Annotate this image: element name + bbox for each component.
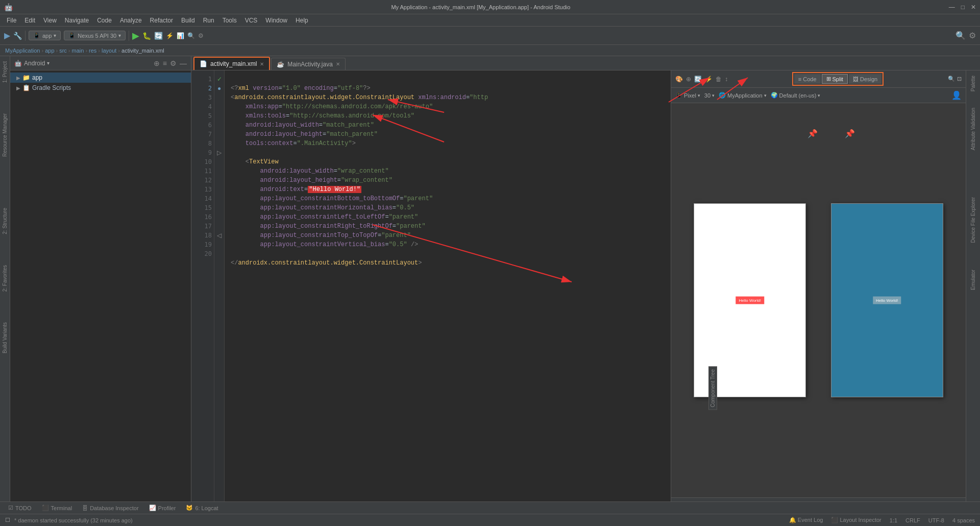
tab-project[interactable]: 1: Project bbox=[1, 56, 9, 88]
tab-xml-close[interactable]: ✕ bbox=[260, 61, 264, 67]
expand-icon: ▶ bbox=[16, 75, 20, 81]
maximize-btn[interactable]: □ bbox=[961, 4, 965, 11]
refresh-btn[interactable]: 🔄 bbox=[154, 32, 163, 40]
todo-btn[interactable]: ☑ TODO bbox=[4, 504, 36, 512]
attr-palette-tab[interactable]: Palette bbox=[969, 73, 977, 94]
panel-sync-icon[interactable]: ⊕ bbox=[154, 59, 160, 67]
search-everywhere-btn[interactable]: 🔍 bbox=[955, 31, 966, 40]
tab-activity-main-xml[interactable]: 📄 activity_main.xml ✕ bbox=[193, 57, 270, 70]
toolbar-icon-1[interactable]: ▶ bbox=[4, 31, 10, 40]
terminal-btn[interactable]: ⬛ Terminal bbox=[38, 504, 77, 512]
split-mode-btn[interactable]: ⊞ Split bbox=[822, 74, 848, 84]
device-file-tab[interactable]: Device File Explorer bbox=[969, 194, 977, 246]
menu-build[interactable]: Build bbox=[178, 16, 199, 25]
toolbar-icon-a[interactable]: ⚡ bbox=[166, 32, 174, 39]
layout-inspector-btn[interactable]: ⬛ Layout Inspector bbox=[831, 517, 881, 523]
panel-settings-icon[interactable]: ⚙ bbox=[170, 59, 177, 67]
code-line-14: app:layout_constraintHorizontal_bias="0.… bbox=[231, 204, 414, 211]
breadcrumb-res[interactable]: res bbox=[89, 47, 96, 54]
menu-run[interactable]: Run bbox=[200, 16, 218, 25]
attr-toggle-icon[interactable]: ⊕ bbox=[686, 76, 691, 83]
event-log-btn[interactable]: 🔔 Event Log bbox=[789, 517, 823, 523]
palette-toggle-icon[interactable]: 🎨 bbox=[675, 76, 683, 83]
panel-options-icon[interactable]: ≡ bbox=[163, 59, 167, 67]
constraint-icon[interactable]: ⚡ bbox=[705, 76, 713, 83]
minimize-btn[interactable]: — bbox=[949, 4, 955, 11]
tree-item-gradle[interactable]: ▶ 📋 Gradle Scripts bbox=[10, 83, 191, 93]
refactor-icon[interactable]: 🔄 bbox=[694, 76, 702, 83]
tab-favorites[interactable]: 2: Favorites bbox=[1, 260, 9, 297]
status-left: ☐ * daemon started successfully (32 minu… bbox=[5, 517, 133, 523]
breadcrumb-layout[interactable]: layout bbox=[102, 47, 116, 54]
run-config-dropdown[interactable]: 📱 app ▾ bbox=[29, 31, 61, 40]
device-selector[interactable]: 📱 Pixel ▾ bbox=[675, 92, 700, 99]
menu-code[interactable]: Code bbox=[93, 16, 115, 25]
api-label: 30 bbox=[704, 92, 710, 99]
clear-icon[interactable]: 🗑 bbox=[716, 76, 722, 83]
menu-help[interactable]: Help bbox=[292, 16, 312, 25]
logcat-btn[interactable]: 🐱 6: Logcat bbox=[182, 504, 222, 512]
panel-minimize-icon[interactable]: — bbox=[180, 59, 187, 67]
code-line-13: app:layout_constraintBottom_toBottomOf="… bbox=[231, 195, 433, 202]
tab-build-variants[interactable]: Build Variants bbox=[1, 317, 9, 358]
gutter-icons: ✓ ● ▷ bbox=[214, 70, 225, 506]
arrows-icon[interactable]: ↕ bbox=[725, 76, 728, 83]
android-dropdown[interactable]: 🤖 Android ▾ bbox=[14, 60, 50, 67]
app-selector[interactable]: 🌐 MyApplication ▾ bbox=[719, 92, 766, 99]
breadcrumb-src[interactable]: src bbox=[59, 47, 67, 54]
tab-mainactivity-java[interactable]: ☕ MainActivity.java ✕ bbox=[271, 58, 345, 70]
api-dropdown-icon: ▾ bbox=[712, 93, 715, 98]
indent: 4 spaces bbox=[952, 517, 975, 523]
close-btn[interactable]: ✕ bbox=[971, 4, 976, 11]
breadcrumb-myapplication[interactable]: MyApplication bbox=[5, 47, 40, 54]
toolbar-icon-d[interactable]: ⚙ bbox=[198, 32, 204, 39]
window-controls: — □ ✕ bbox=[949, 4, 976, 11]
menu-analyze[interactable]: Analyze bbox=[116, 16, 145, 25]
profiler-btn[interactable]: 📈 Profiler bbox=[145, 504, 180, 512]
left-vert-tabs: 1: Project Resource Manager 2: Structure… bbox=[0, 56, 10, 512]
api-selector[interactable]: 30 ▾ bbox=[704, 92, 715, 99]
menu-vcs[interactable]: VCS bbox=[241, 16, 261, 25]
database-inspector-btn[interactable]: 🗄 Database Inspector bbox=[78, 505, 142, 512]
design-modes: ≡ Code ⊞ Split 🖼 Design bbox=[792, 72, 884, 86]
tree-item-app[interactable]: ▶ 📁 app bbox=[10, 73, 191, 83]
code-line-10: android:layout_width="wrap_content" bbox=[231, 168, 389, 175]
settings-btn[interactable]: ⚙ bbox=[969, 31, 976, 40]
run-btn[interactable]: ▶ bbox=[132, 30, 139, 41]
code-line-2: <androidx.constraintlayout.widget.Constr… bbox=[231, 94, 488, 101]
code-content[interactable]: <?xml version="1.0" encoding="utf-8"?> <… bbox=[225, 70, 671, 506]
design-mode-btn[interactable]: 🖼 Design bbox=[849, 74, 881, 84]
app-icon: 🤖 bbox=[4, 3, 13, 11]
attr-validation-tab[interactable]: Attribute Validation bbox=[969, 105, 977, 153]
dropdown-arrow-icon: ▾ bbox=[47, 60, 50, 66]
design-fit-icon[interactable]: ⊡ bbox=[957, 76, 962, 82]
locale-selector[interactable]: 🌍 Default (en-us) ▾ bbox=[771, 92, 821, 99]
main-toolbar: ▶ 🔧 📱 app ▾ 📱 Nexus 5 API 30 ▾ ▶ 🐛 🔄 ⚡ 📊… bbox=[0, 27, 980, 45]
menu-view[interactable]: View bbox=[40, 16, 60, 25]
menu-window[interactable]: Window bbox=[262, 16, 291, 25]
tab-xml-label: activity_main.xml bbox=[210, 60, 257, 67]
emulator-tab[interactable]: Emulator bbox=[969, 267, 977, 293]
code-line-3: xmlns:app="http://schemas.android.com/ap… bbox=[231, 103, 433, 110]
tab-structure[interactable]: 2: Structure bbox=[1, 203, 9, 240]
code-mode-btn[interactable]: ≡ Code bbox=[794, 74, 821, 84]
toolbar-icon-2[interactable]: 🔧 bbox=[13, 32, 22, 40]
device-dropdown[interactable]: 📱 Nexus 5 API 30 ▾ bbox=[64, 31, 126, 40]
breadcrumb-main[interactable]: main bbox=[72, 47, 84, 54]
menu-edit[interactable]: Edit bbox=[21, 16, 39, 25]
design-left-tools: 🎨 ⊕ 🔄 ⚡ 🗑 ↕ bbox=[675, 76, 728, 83]
breadcrumb-file[interactable]: activity_main.xml bbox=[121, 47, 164, 54]
toolbar-icon-c[interactable]: 🔍 bbox=[187, 32, 195, 39]
menu-refactor[interactable]: Refactor bbox=[146, 16, 177, 25]
menu-tools[interactable]: Tools bbox=[219, 16, 240, 25]
tab-java-close[interactable]: ✕ bbox=[336, 61, 340, 67]
tab-resource-manager[interactable]: Resource Manager bbox=[1, 108, 9, 162]
design-zoom-icon[interactable]: 🔍 bbox=[948, 76, 955, 82]
profiler-icon: 📈 bbox=[149, 505, 156, 511]
menu-file[interactable]: File bbox=[3, 16, 20, 25]
user-icon[interactable]: 👤 bbox=[951, 90, 962, 100]
debug-btn[interactable]: 🐛 bbox=[142, 32, 151, 40]
toolbar-icon-b[interactable]: 📊 bbox=[177, 32, 184, 39]
breadcrumb-app[interactable]: app bbox=[45, 47, 54, 54]
menu-navigate[interactable]: Navigate bbox=[61, 16, 92, 25]
